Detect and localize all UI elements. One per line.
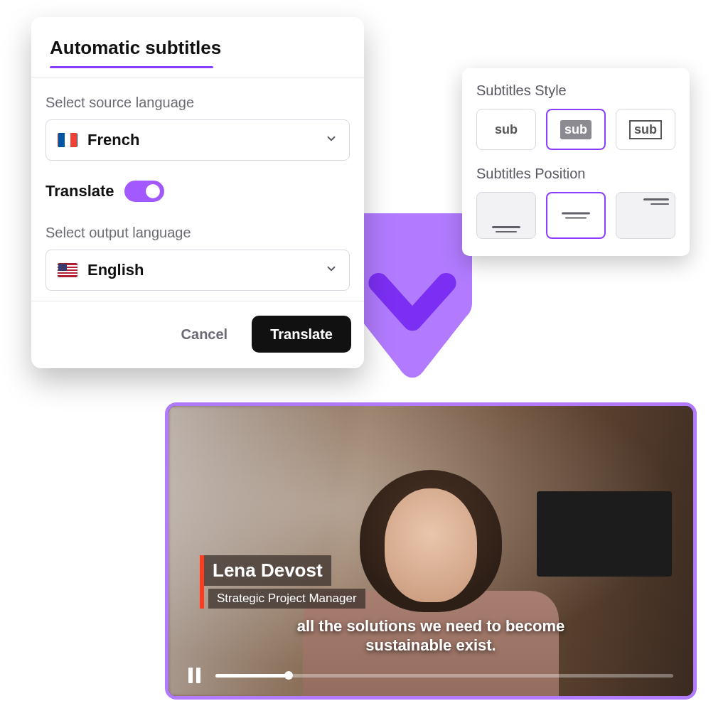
translate-toggle-label: Translate xyxy=(46,182,114,200)
lower-third-accent xyxy=(200,586,204,609)
style-thumb-text: sub xyxy=(629,120,662,139)
subtitle-position-middle[interactable] xyxy=(546,192,606,239)
position-thumb-lines-icon xyxy=(562,213,590,219)
cancel-button[interactable]: Cancel xyxy=(163,316,247,353)
source-language-label: Select source language xyxy=(46,95,350,111)
output-language-label: Select output language xyxy=(46,225,350,241)
subtitles-style-label: Subtitles Style xyxy=(476,82,675,99)
dialog-accent-underline xyxy=(50,66,213,68)
subtitle-style-filled[interactable]: sub xyxy=(546,109,606,150)
subtitle-line: sustainable exist. xyxy=(195,636,667,655)
subtitle-style-plain[interactable]: sub xyxy=(476,109,536,150)
output-language-select[interactable]: English xyxy=(46,250,350,291)
video-controls xyxy=(188,668,673,683)
speaker-name: Lena Devost xyxy=(204,555,331,586)
subtitle-style-outlined[interactable]: sub xyxy=(616,109,675,150)
source-language-value: French xyxy=(87,131,315,149)
flag-usa-icon xyxy=(58,263,77,277)
seek-bar[interactable] xyxy=(215,674,673,678)
pause-button[interactable] xyxy=(188,668,204,683)
output-language-value: English xyxy=(87,261,315,279)
pause-icon xyxy=(196,668,200,683)
translate-button[interactable]: Translate xyxy=(252,316,351,353)
style-thumb-text: sub xyxy=(560,120,592,139)
background-tv xyxy=(537,491,672,577)
source-language-select[interactable]: French xyxy=(46,119,350,161)
dialog-title: Automatic subtitles xyxy=(50,37,346,59)
video-preview: Lena Devost Strategic Project Manager al… xyxy=(165,402,697,700)
lower-third: Lena Devost Strategic Project Manager xyxy=(200,555,365,609)
pause-icon xyxy=(188,668,193,683)
chevron-down-icon xyxy=(325,262,338,278)
seek-thumb[interactable] xyxy=(284,671,293,680)
translate-toggle[interactable] xyxy=(124,181,164,202)
subtitles-position-label: Subtitles Position xyxy=(476,166,675,182)
subtitles-style-panel: Subtitles Style sub sub sub Subtitles Po… xyxy=(462,68,690,256)
subtitle-position-top[interactable] xyxy=(616,192,675,239)
burned-subtitle: all the solutions we need to become sust… xyxy=(195,617,667,655)
style-thumb-text: sub xyxy=(495,122,518,137)
chevron-down-icon xyxy=(325,132,338,148)
subtitle-line: all the solutions we need to become xyxy=(195,617,667,636)
speaker-role: Strategic Project Manager xyxy=(208,589,365,609)
position-thumb-lines-icon xyxy=(492,226,520,232)
flag-france-icon xyxy=(58,133,77,147)
position-thumb-lines-icon xyxy=(643,198,669,205)
toggle-knob xyxy=(144,183,161,200)
automatic-subtitles-dialog: Automatic subtitles Select source langua… xyxy=(31,17,364,368)
subtitle-position-bottom[interactable] xyxy=(476,192,536,239)
